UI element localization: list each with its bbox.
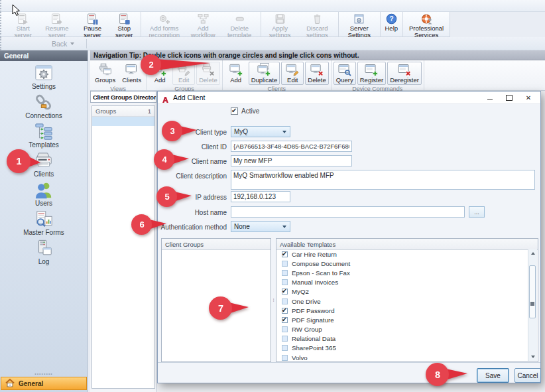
annotation-step-7: 7: [208, 296, 249, 320]
sidebar-item-log[interactable]: Log: [0, 239, 88, 269]
template-checkbox[interactable]: [282, 308, 288, 314]
client-type-value: MyQ: [231, 128, 282, 135]
menu-item[interactable]: [61, 5, 72, 7]
ribbon-button-deregister[interactable]: Deregister: [387, 62, 422, 85]
template-checkbox[interactable]: [282, 345, 288, 351]
template-checkbox[interactable]: [282, 355, 288, 361]
app-logo-icon: [162, 94, 169, 101]
authentication-method-dropdown[interactable]: None: [231, 221, 290, 232]
templates-list: Car Hire ReturnCompose DocumentEpson - S…: [277, 249, 528, 361]
save-button[interactable]: Save: [477, 368, 509, 383]
template-checkbox[interactable]: [282, 298, 288, 304]
template-checkbox[interactable]: [282, 289, 288, 294]
toolbar-button-server-settings[interactable]: Server Settings: [340, 12, 378, 36]
menu-item[interactable]: [50, 5, 61, 7]
template-item-manual-invoices[interactable]: Manual Invoices: [277, 278, 528, 287]
host-name-browse-button[interactable]: ...: [469, 206, 485, 218]
toolbar-separator: [86, 39, 87, 48]
client-type-dropdown[interactable]: MyQ: [231, 126, 290, 137]
group-row-ungrouped[interactable]: [92, 117, 154, 126]
scroll-up-button[interactable]: [528, 249, 537, 257]
sidebar-item-users[interactable]: Users: [0, 181, 88, 210]
duplicate-client-icon: [257, 63, 271, 76]
cancel-button[interactable]: Cancel: [515, 368, 541, 383]
toolbar-group: Apply settingsDiscard settings: [261, 12, 339, 36]
ip-address-field[interactable]: [231, 191, 290, 202]
discard-settings-icon: [312, 13, 323, 25]
toolbar-button-apply-settings[interactable]: Apply settings: [263, 12, 298, 36]
ribbon-button-add[interactable]: Add: [225, 62, 247, 85]
scroll-thumb[interactable]: [529, 265, 536, 318]
sidebar-item-connections[interactable]: Connections: [0, 94, 88, 123]
template-item-myq2[interactable]: MyQ2: [277, 287, 528, 296]
host-name-field[interactable]: [231, 206, 465, 218]
navigation-bar: Back: [0, 37, 545, 50]
close-button[interactable]: [523, 94, 534, 102]
resume-server-icon: [51, 13, 62, 25]
active-checkbox[interactable]: [231, 107, 238, 115]
minimize-button[interactable]: [485, 94, 495, 102]
toolbar-button-stop-server[interactable]: Stop server: [109, 12, 139, 36]
menu-item[interactable]: [29, 5, 40, 7]
sidebar-item-master-forms[interactable]: Master Forms: [0, 210, 88, 239]
client-name-field[interactable]: [231, 155, 352, 166]
annotation-step-5: 5: [156, 186, 192, 208]
sidebar-splitter[interactable]: ••••••••: [0, 372, 88, 375]
menu-item[interactable]: [40, 5, 50, 7]
template-checkbox[interactable]: [282, 261, 288, 267]
toolbar-button-pause-server[interactable]: Pause server: [76, 12, 109, 36]
dialog-title: Add Client: [173, 94, 485, 101]
template-item-rw-group[interactable]: RW Group: [277, 325, 528, 334]
client-id-field[interactable]: [231, 141, 352, 152]
client-description-field[interactable]: MyQ Smartworkflow enabled MFP: [231, 170, 535, 190]
template-item-pdf-password[interactable]: PDF Password: [277, 306, 528, 315]
template-item-pdf-signature[interactable]: PDF Signature: [277, 315, 528, 324]
template-checkbox[interactable]: [282, 279, 288, 285]
template-checkbox[interactable]: [282, 336, 288, 342]
toolbar-button-delete-template[interactable]: Delete template: [220, 12, 259, 36]
scroll-down-button[interactable]: [528, 353, 537, 361]
ribbon-button-delete[interactable]: Delete: [305, 62, 328, 85]
query-device-icon: [338, 63, 351, 76]
ribbon-button-groups[interactable]: Groups: [92, 62, 118, 85]
dialog-title-bar[interactable]: Add Client: [158, 92, 540, 104]
panel-splitter[interactable]: ⁞: [271, 238, 276, 362]
toolbar-button-add-workflow[interactable]: Add workflow: [186, 12, 220, 36]
template-item-one-drive[interactable]: One Drive: [277, 296, 528, 306]
template-checkbox[interactable]: [282, 326, 288, 332]
ribbon-button-edit[interactable]: Edit: [281, 62, 304, 85]
available-templates-panel: Available Templates Car Hire ReturnCompo…: [276, 238, 538, 362]
template-item-relational-data[interactable]: Relational Data: [277, 334, 528, 344]
maximize-button[interactable]: [504, 94, 515, 102]
svg-text:?: ?: [389, 15, 393, 23]
home-icon: [5, 378, 15, 389]
templates-scrollbar[interactable]: [528, 249, 537, 361]
toolbar-button-professional-services[interactable]: Professional Services: [404, 12, 448, 36]
main-toolbar: Start serverResume serverPause serverSto…: [0, 12, 450, 37]
toolbar-button-resume-server[interactable]: Resume server: [38, 12, 76, 36]
template-item-volvo[interactable]: Volvo: [277, 353, 528, 361]
sidebar-footer-general[interactable]: General: [1, 377, 87, 390]
dialog-body: Active Client type MyQ Client ID Client …: [158, 104, 540, 383]
template-item-car-hire-return[interactable]: Car Hire Return: [277, 249, 528, 259]
deregister-device-icon: [398, 63, 411, 76]
toolbar-button-help[interactable]: ?Help: [382, 12, 402, 36]
template-checkbox[interactable]: [282, 270, 288, 276]
template-checkbox[interactable]: [282, 317, 288, 323]
add-client-dialog: Add Client Active Client type MyQ Client…: [157, 91, 541, 383]
register-device-icon: [365, 63, 378, 76]
ribbon-button-register[interactable]: Register: [357, 62, 386, 85]
sidebar-item-settings[interactable]: Settings: [0, 64, 88, 94]
toolbar-group: Add forms recognitionAdd workflowDelete …: [141, 12, 261, 36]
server-settings-icon: [353, 13, 365, 25]
template-item-compose-document[interactable]: Compose Document: [277, 259, 528, 268]
ribbon-button-duplicate[interactable]: Duplicate: [249, 62, 280, 85]
back-button[interactable]: Back: [7, 38, 81, 49]
template-item-sharepoint-365[interactable]: SharePoint 365: [277, 344, 528, 353]
template-item-epson-scan-to-fax[interactable]: Epson - Scan to Fax: [277, 268, 528, 277]
ribbon-button-query[interactable]: Query: [333, 62, 356, 85]
toolbar-button-discard-settings[interactable]: Discard settings: [298, 12, 337, 36]
template-checkbox[interactable]: [282, 251, 288, 257]
ribbon-group-views: GroupsClientsViews: [90, 60, 147, 90]
toolbar-button-add-forms-recognition[interactable]: Add forms recognition: [143, 12, 186, 36]
